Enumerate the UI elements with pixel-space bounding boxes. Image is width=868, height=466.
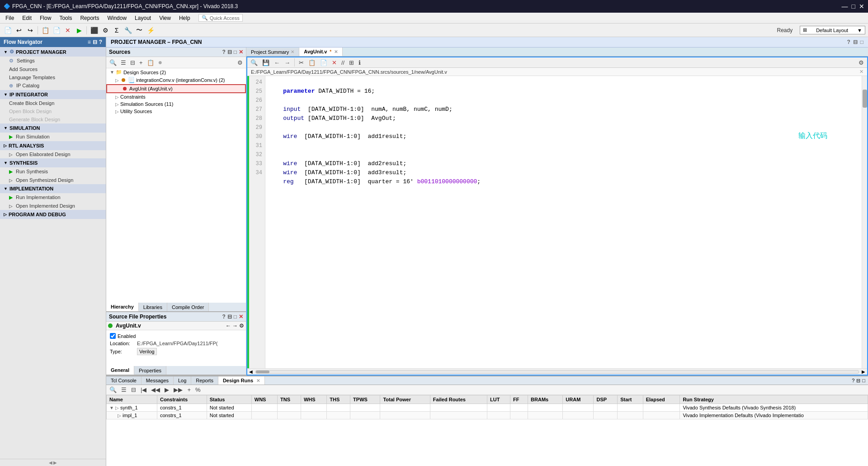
sfp-float-icon[interactable]: ⊟ xyxy=(227,314,232,320)
pm-min-icon[interactable]: ⊟ xyxy=(853,39,858,45)
tab-tcl-console[interactable]: Tcl Console xyxy=(106,376,142,385)
nav-run-synthesis[interactable]: ▶ Run Synthesis xyxy=(0,167,106,176)
tab-design-runs[interactable]: Design Runs ✕ xyxy=(218,376,265,385)
col-tpws[interactable]: TPWS xyxy=(350,395,380,404)
sources-search-icon[interactable]: 🔍 xyxy=(108,59,118,67)
editor-content[interactable]: 24 25 26 27 28 29 30 31 32 33 34 xyxy=(247,76,867,368)
col-brams[interactable]: BRAMs xyxy=(528,395,563,404)
synth1-expand[interactable]: ▼ xyxy=(109,405,114,410)
sources-copy-icon[interactable]: 📋 xyxy=(146,59,156,67)
nav-icon-2[interactable]: ⊟ xyxy=(93,39,97,45)
nav-run-simulation[interactable]: ▶ Run Simulation xyxy=(0,133,106,141)
run-button[interactable]: ▶ xyxy=(74,25,84,35)
menu-window[interactable]: Window xyxy=(104,14,130,22)
sum-button[interactable]: Σ xyxy=(112,25,122,35)
editor-expand-icon[interactable]: ⊞ xyxy=(348,59,355,67)
nav-icon-1[interactable]: ≡ xyxy=(88,39,91,45)
quick-access-bar[interactable]: 🔍 Quick Access xyxy=(198,14,243,22)
menu-help[interactable]: Help xyxy=(175,14,194,22)
editor-delete-icon[interactable]: ✕ xyxy=(330,59,338,67)
bottom-float-icon[interactable]: ⊟ xyxy=(856,378,860,384)
section-simulation-title[interactable]: ▼ SIMULATION xyxy=(0,124,106,133)
editor-copy-icon[interactable]: 📋 xyxy=(307,59,317,67)
tab-log[interactable]: Log xyxy=(174,376,191,385)
editor-save-icon[interactable]: 💾 xyxy=(261,59,271,67)
tab-libraries[interactable]: Libraries xyxy=(139,303,167,311)
runs-search-icon[interactable]: 🔍 xyxy=(108,386,118,394)
runs-prev-icon[interactable]: ◀◀ xyxy=(150,386,161,394)
col-ff[interactable]: FF xyxy=(510,395,528,404)
settings-button[interactable]: ⚙ xyxy=(100,25,110,35)
avg-unit-close[interactable]: ✕ xyxy=(334,49,338,54)
editor-scrollbar[interactable] xyxy=(862,76,867,368)
expand-sim-sources[interactable]: ▷ xyxy=(115,102,119,107)
col-total-power[interactable]: Total Power xyxy=(380,395,430,404)
tab-hierarchy[interactable]: Hierarchy xyxy=(106,303,139,311)
sfp-settings-icon[interactable]: ⚙ xyxy=(239,323,244,329)
editor-forward-icon[interactable]: → xyxy=(283,59,292,67)
tab-avg-unit[interactable]: AvgUnit.v * ✕ xyxy=(299,48,343,56)
maximize-button[interactable]: □ xyxy=(852,3,855,10)
nav-open-implemented-design[interactable]: ▷ Open Implemented Design xyxy=(0,202,106,210)
menu-view[interactable]: View xyxy=(156,14,175,22)
expand-constraints[interactable]: ▷ xyxy=(115,95,119,100)
sfp-help-icon[interactable]: ? xyxy=(222,314,225,320)
menu-file[interactable]: File xyxy=(2,14,18,22)
bottom-max-icon[interactable]: □ xyxy=(862,378,865,383)
col-constraints[interactable]: Constraints xyxy=(157,395,207,404)
sfp-close-icon[interactable]: ✕ xyxy=(239,314,243,320)
paste-button[interactable]: 📄 xyxy=(52,25,61,35)
synth1-name[interactable]: ▼ ▷ synth_1 xyxy=(107,404,157,412)
editor-paste-icon[interactable]: 📄 xyxy=(319,59,329,67)
col-status[interactable]: Status xyxy=(207,395,251,404)
nav-ip-catalog[interactable]: ⊕ IP Catalog xyxy=(0,81,106,90)
redo-button[interactable]: ↪ xyxy=(25,25,35,35)
sfp-forward-icon[interactable]: → xyxy=(232,323,238,329)
menu-flow[interactable]: Flow xyxy=(36,14,55,22)
nav-add-sources[interactable]: Add Sources xyxy=(0,65,106,73)
col-whs[interactable]: WHS xyxy=(301,395,326,404)
sfp-enabled-checkbox[interactable] xyxy=(110,333,116,339)
col-dsp[interactable]: DSP xyxy=(594,395,618,404)
code-area[interactable]: parameter DATA_WIDTH = 16; input [DATA_W… xyxy=(265,76,867,368)
editor-cut-icon[interactable]: ✂ xyxy=(297,59,305,67)
synth1-sub-expand[interactable]: ▷ xyxy=(115,405,119,410)
runs-first-icon[interactable]: |◀ xyxy=(139,386,148,394)
runs-filter-icon[interactable]: ☰ xyxy=(120,386,128,394)
editor-info-icon[interactable]: ℹ xyxy=(357,59,362,67)
sfp-type-select[interactable]: Verilog xyxy=(137,348,157,355)
runs-add-icon[interactable]: + xyxy=(186,386,192,394)
section-program-debug-title[interactable]: ▷ PROGRAM AND DEBUG xyxy=(0,210,106,219)
minimize-button[interactable]: — xyxy=(842,3,848,10)
nav-create-block-design[interactable]: Create Block Design xyxy=(0,99,106,107)
tab-compile-order[interactable]: Compile Order xyxy=(167,303,209,311)
project-summary-close[interactable]: ✕ xyxy=(291,49,294,54)
hscroll-thumb[interactable] xyxy=(256,371,269,373)
sources-float-icon[interactable]: ⊟ xyxy=(227,49,232,55)
nav-open-block-design[interactable]: Open Block Design xyxy=(0,107,106,115)
expand-utility-sources[interactable]: ▷ xyxy=(115,109,119,114)
avg-unit-item[interactable]: AvgUnit (AvgUnit.v) xyxy=(106,84,246,93)
tab-messages[interactable]: Messages xyxy=(142,376,174,385)
nav-generate-block-design[interactable]: Generate Block Design xyxy=(0,115,106,124)
expand-integration-conv[interactable]: ▷ xyxy=(115,78,119,83)
menu-tools[interactable]: Tools xyxy=(56,14,75,22)
runs-percent-icon[interactable]: % xyxy=(194,386,202,394)
section-rtl-analysis-title[interactable]: ▷ RTL ANALYSIS xyxy=(0,141,106,150)
sources-max-icon[interactable]: □ xyxy=(234,49,237,55)
utility-sources-group[interactable]: ▷ Utility Sources xyxy=(106,108,246,115)
copy-button[interactable]: 📋 xyxy=(40,25,50,35)
col-elapsed[interactable]: Elapsed xyxy=(643,395,680,404)
tab-project-summary[interactable]: Project Summary ✕ xyxy=(246,48,299,56)
col-tns[interactable]: TNS xyxy=(278,395,301,404)
bottom-help-icon[interactable]: ? xyxy=(852,378,854,383)
scrollbar-thumb[interactable] xyxy=(863,90,867,108)
section-synthesis-title[interactable]: ▼ SYNTHESIS xyxy=(0,158,106,167)
col-uram[interactable]: URAM xyxy=(563,395,594,404)
nav-language-templates[interactable]: Language Templates xyxy=(0,73,106,81)
integration-conv-item[interactable]: ▷ 📃 integrationConv.v (integrationConv.v… xyxy=(106,76,246,84)
editor-back-icon[interactable]: ← xyxy=(273,59,281,67)
sources-help-icon[interactable]: ? xyxy=(222,49,225,55)
section-ip-integrator-title[interactable]: ▼ IP INTEGRATOR xyxy=(0,90,106,99)
col-lut[interactable]: LUT xyxy=(487,395,510,404)
